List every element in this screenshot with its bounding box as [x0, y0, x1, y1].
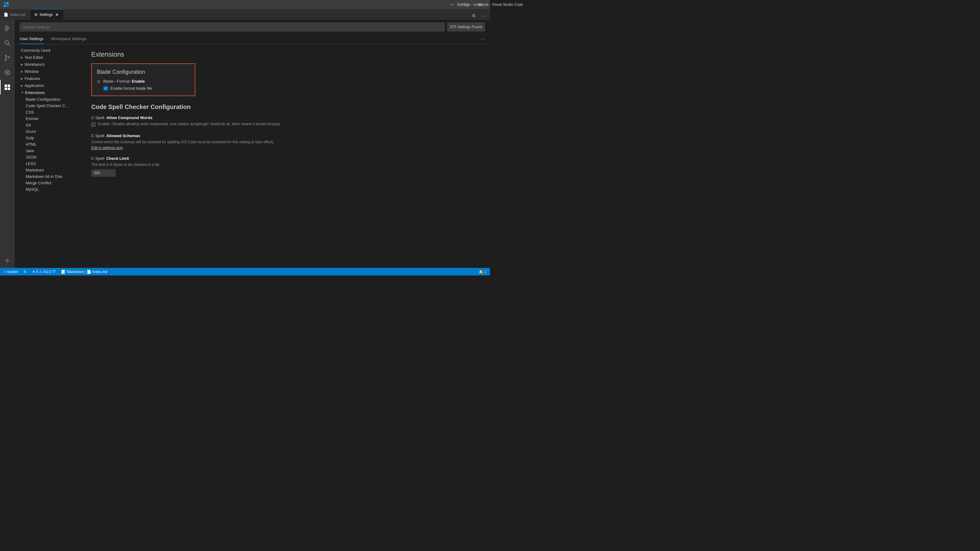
- blade-label-bold: Enable: [132, 79, 145, 84]
- allowed-schemas-prefix: C Spell:: [91, 133, 106, 138]
- tab-settings-close[interactable]: ✕: [54, 12, 59, 17]
- svg-rect-18: [5, 84, 7, 87]
- nav-merge-conflict[interactable]: Merge Conflict: [15, 180, 82, 186]
- allowed-schemas-title: C Spell: Allowed Schemas: [91, 133, 481, 138]
- check-limit-title: C Spell: Check Limit: [91, 156, 481, 161]
- gear-icon: [4, 257, 11, 264]
- nav-extensions[interactable]: ▼ Extensions: [15, 89, 82, 96]
- nav-commonly-used[interactable]: Commonly Used: [15, 47, 82, 54]
- activity-settings[interactable]: [0, 253, 15, 268]
- nav-application[interactable]: ▶ Application: [15, 82, 82, 89]
- info-icon: ℹ: [46, 270, 48, 274]
- check-limit-prefix: C Spell:: [91, 156, 106, 161]
- allowed-schemas-bold: Allowed Schemas: [106, 133, 140, 138]
- sync-icon: ↻: [24, 270, 27, 274]
- explorer-icon: [4, 25, 11, 32]
- nav-text-editor[interactable]: ▶ Text Editor: [15, 54, 82, 61]
- titlebar: Settings - notebook - Visual Studio Code…: [0, 0, 490, 9]
- statusbar-notification-count: 1: [484, 270, 486, 274]
- blade-gear-icon[interactable]: ⚙: [97, 79, 101, 84]
- nav-text-editor-arrow: ▶: [21, 56, 23, 59]
- statusbar-branch[interactable]: ⑂ master: [2, 268, 19, 275]
- activity-search[interactable]: [0, 36, 15, 51]
- statusbar-language-file[interactable]: 📝 Markdown | 📄 notes.md: [60, 268, 108, 275]
- nav-features[interactable]: ▶ Features: [15, 75, 82, 82]
- activity-debug[interactable]: [0, 65, 15, 80]
- statusbar-sync[interactable]: ↻: [22, 268, 28, 275]
- nav-blade-configuration[interactable]: Blade Configuration: [15, 96, 82, 103]
- warning-icon: ⚠: [39, 270, 42, 274]
- settings-more-button[interactable]: ···: [480, 36, 485, 42]
- nav-markdown-all-in-one[interactable]: Markdown All in One: [15, 173, 82, 180]
- nav-html[interactable]: HTML: [15, 141, 82, 148]
- nav-git[interactable]: Git: [15, 122, 82, 128]
- nav-json[interactable]: JSON: [15, 154, 82, 160]
- nav-emmet[interactable]: Emmet: [15, 115, 82, 122]
- error-icon: ✕: [32, 270, 35, 274]
- vscode-logo-icon: [3, 2, 9, 8]
- more-actions-button[interactable]: ···: [479, 11, 488, 20]
- statusbar-error-count: 0: [36, 270, 38, 274]
- settings-tabs: User Settings Workspace Settings ···: [15, 34, 490, 44]
- tabbar-actions: ⧉ ···: [469, 11, 490, 20]
- svg-rect-1: [6, 2, 9, 4]
- nav-jake[interactable]: Jake: [15, 148, 82, 154]
- tab-notes[interactable]: 📄 notes.md: [0, 9, 30, 20]
- statusbar-branch-name: master: [7, 270, 18, 274]
- code-spell-section-title: Code Spell Checker Configuration: [91, 103, 481, 111]
- svg-rect-20: [5, 87, 7, 90]
- allow-compound-checkbox[interactable]: [91, 122, 95, 127]
- activity-extensions[interactable]: [0, 80, 15, 95]
- search-input[interactable]: [20, 22, 445, 32]
- statusbar-right: 🔔 1: [477, 268, 488, 275]
- nav-workbench[interactable]: ▶ Workbench: [15, 61, 82, 68]
- nav-window[interactable]: ▶ Window: [15, 68, 82, 75]
- activity-explorer[interactable]: [0, 21, 15, 36]
- blade-box-title: Blade Configuration: [97, 69, 190, 75]
- activity-source-control[interactable]: [0, 51, 15, 65]
- nav-gulp[interactable]: Gulp: [15, 135, 82, 141]
- tab-workspace-settings[interactable]: Workspace Settings: [51, 34, 86, 44]
- nav-workbench-arrow: ▶: [21, 63, 23, 66]
- tab-settings[interactable]: ⚙ Settings ✕: [30, 9, 64, 20]
- allowed-schemas-desc: Control which file schemas will be check…: [91, 140, 481, 144]
- blade-setting-row: ⚙ Blade › Format: Enable: [97, 79, 190, 84]
- search-bar: 575 Settings Found: [15, 20, 490, 34]
- edit-settings-json-link[interactable]: Edit in settings.json: [91, 146, 123, 150]
- svg-rect-21: [8, 87, 10, 90]
- nav-extensions-label: Extensions: [25, 90, 45, 95]
- statusbar-left: ⑂ master ↻ ✕ 0 ⚠ 0 ℹ 0 77 📝 Markdown | 📄…: [2, 268, 108, 275]
- nav-less[interactable]: LESS: [15, 160, 82, 167]
- blade-checkbox[interactable]: ✓: [103, 86, 108, 91]
- nav-mysql[interactable]: MySQL: [15, 186, 82, 192]
- file-icon: 📄: [87, 270, 91, 274]
- spell-setting-allowed-schemas: C Spell: Allowed Schemas Control which f…: [91, 133, 481, 150]
- svg-point-9: [5, 41, 9, 44]
- spell-setting-check-limit: C Spell: Check Limit The limit in K-Byte…: [91, 156, 481, 176]
- check-limit-value: 500: [91, 169, 116, 176]
- statusbar-errors[interactable]: ✕ 0 ⚠ 0 ℹ 0 77: [31, 268, 57, 275]
- extensions-icon: [4, 84, 11, 91]
- markdown-icon: 📝: [61, 270, 66, 274]
- statusbar-notification[interactable]: 🔔 1: [477, 268, 488, 275]
- tab-settings-label: Settings: [40, 13, 52, 17]
- nav-extensions-arrow: ▼: [21, 91, 24, 94]
- statusbar: ⑂ master ↻ ✕ 0 ⚠ 0 ℹ 0 77 📝 Markdown | 📄…: [0, 268, 490, 275]
- tab-user-settings[interactable]: User Settings: [20, 34, 43, 44]
- nav-code-spell-checker[interactable]: Code Spell Checker C...: [15, 103, 82, 109]
- blade-check-icon: ✓: [105, 86, 107, 90]
- nav-window-arrow: ▶: [21, 70, 23, 73]
- nav-grunt[interactable]: Grunt: [15, 128, 82, 135]
- nav-workbench-label: Workbench: [24, 62, 45, 67]
- branch-icon: ⑂: [4, 270, 6, 274]
- main-layout: 575 Settings Found User Settings Workspa…: [0, 20, 490, 268]
- settings-content: Extensions Blade Configuration ⚙ Blade ›…: [82, 44, 490, 268]
- svg-point-22: [6, 260, 8, 261]
- split-editor-button[interactable]: ⧉: [469, 11, 478, 20]
- nav-markdown[interactable]: Markdown: [15, 167, 82, 173]
- settings-area: 575 Settings Found User Settings Workspa…: [15, 20, 490, 268]
- svg-point-12: [5, 59, 6, 60]
- blade-configuration-box: Blade Configuration ⚙ Blade › Format: En…: [91, 64, 196, 96]
- source-control-icon: [4, 54, 11, 61]
- nav-css[interactable]: CSS: [15, 109, 82, 115]
